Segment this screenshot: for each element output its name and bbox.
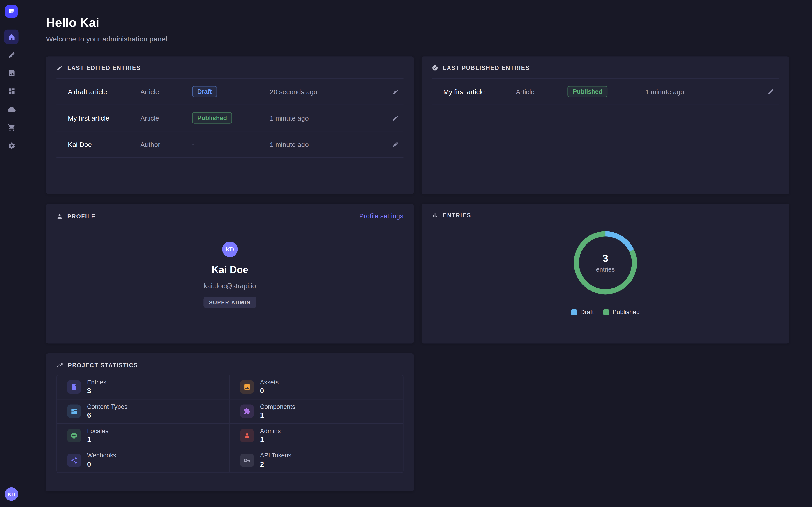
table-row[interactable]: Kai Doe Author - 1 minute ago xyxy=(56,131,403,158)
profile-body: KD Kai Doe kai.doe@strapi.io SUPER ADMIN xyxy=(56,241,403,308)
stat-value: 1 xyxy=(87,435,108,444)
dashboard-grid: LAST EDITED ENTRIES A draft article Arti… xyxy=(46,56,789,492)
entries-donut: 3 entries xyxy=(573,231,638,295)
pencil-icon xyxy=(767,88,774,95)
stat-label: Entries xyxy=(87,379,106,386)
api-tokens-icon xyxy=(240,453,254,467)
donut-legend: Draft Published xyxy=(571,308,640,316)
entry-time: 1 minute ago xyxy=(645,88,749,95)
gear-icon xyxy=(7,142,15,149)
app-viewport: KD Hello Kai Welcome to your administrat… xyxy=(0,0,812,507)
sidebar-item-marketplace[interactable] xyxy=(4,120,18,134)
table-row[interactable]: My first article Article Published 1 min… xyxy=(432,79,779,105)
pencil-icon xyxy=(392,141,399,148)
assets-icon xyxy=(240,380,254,394)
sidebar-footer: KD xyxy=(5,488,18,501)
chart-icon xyxy=(432,212,438,218)
card-title: LAST PUBLISHED ENTRIES xyxy=(443,65,530,71)
edit-entry-button[interactable] xyxy=(388,84,402,99)
strapi-logo[interactable] xyxy=(5,5,17,17)
last-edited-entries-card: LAST EDITED ENTRIES A draft article Arti… xyxy=(46,56,414,194)
card-header: PROJECT STATISTICS xyxy=(56,362,403,369)
entry-type: Author xyxy=(140,140,192,148)
sidebar: KD xyxy=(0,0,23,507)
entry-type: Article xyxy=(516,88,568,95)
stat-value: 1 xyxy=(260,411,295,420)
last-published-entries-card: LAST PUBLISHED ENTRIES My first article … xyxy=(421,56,789,194)
card-title: ENTRIES xyxy=(443,212,471,218)
stat-assets: Assets0 xyxy=(230,375,403,399)
entries-count-label: entries xyxy=(596,266,615,273)
card-header: ENTRIES xyxy=(432,212,779,218)
pen-icon xyxy=(7,51,15,59)
stat-components: Components1 xyxy=(230,399,403,424)
person-icon xyxy=(56,213,63,219)
page-subtitle: Welcome to your administration panel xyxy=(46,35,789,43)
pencil-icon xyxy=(392,115,399,121)
table-row[interactable]: A draft article Article Draft 20 seconds… xyxy=(56,79,403,105)
status-badge: Published xyxy=(567,86,608,97)
stat-label: Content-Types xyxy=(87,403,128,410)
sidebar-item-content-manager[interactable] xyxy=(4,48,18,62)
cloud-icon xyxy=(7,105,15,113)
project-statistics-card: PROJECT STATISTICS Entries3 Assets0 Cont… xyxy=(46,353,414,492)
stat-value: 1 xyxy=(260,435,281,444)
user-avatar[interactable]: KD xyxy=(5,488,18,501)
status-badge: Published xyxy=(192,112,232,124)
sidebar-item-deploy[interactable] xyxy=(4,102,18,116)
stat-value: 6 xyxy=(87,411,128,420)
stat-label: Assets xyxy=(260,379,279,386)
edit-entry-button[interactable] xyxy=(763,84,778,99)
donut-center: 3 entries xyxy=(573,231,638,295)
webhooks-icon xyxy=(67,453,81,467)
card-title: PROFILE xyxy=(67,213,96,219)
stat-content-types: Content-Types6 xyxy=(57,399,230,424)
check-circle-icon xyxy=(432,65,438,71)
entries-count: 3 xyxy=(603,253,608,263)
edit-entry-button[interactable] xyxy=(388,137,402,152)
pencil-icon xyxy=(392,88,399,95)
stat-value: 3 xyxy=(87,387,106,395)
stat-value: 0 xyxy=(87,460,116,469)
card-header: LAST EDITED ENTRIES xyxy=(56,65,403,71)
entry-time: 1 minute ago xyxy=(270,140,373,148)
sidebar-item-content-type-builder[interactable] xyxy=(4,84,18,98)
sidebar-item-media-library[interactable] xyxy=(4,66,18,80)
sidebar-item-home[interactable] xyxy=(4,30,18,44)
stat-admins: Admins1 xyxy=(230,424,403,448)
profile-settings-link[interactable]: Profile settings xyxy=(359,212,404,220)
profile-email: kai.doe@strapi.io xyxy=(204,282,256,290)
stat-value: 0 xyxy=(260,387,279,395)
stats-table: Entries3 Assets0 Content-Types6 Componen… xyxy=(56,375,403,473)
legend-label: Draft xyxy=(580,308,594,316)
entry-type: Article xyxy=(140,114,192,122)
card-title: LAST EDITED ENTRIES xyxy=(67,65,141,71)
locales-icon xyxy=(67,429,81,442)
strapi-logo-icon xyxy=(8,8,15,15)
entry-type: Article xyxy=(140,88,192,95)
role-badge: SUPER ADMIN xyxy=(203,297,257,308)
stat-label: Admins xyxy=(260,427,281,435)
last-edited-table: A draft article Article Draft 20 seconds… xyxy=(56,78,403,158)
sidebar-item-settings[interactable] xyxy=(4,138,18,153)
draft-swatch xyxy=(571,309,577,315)
stat-api-tokens: API Tokens2 xyxy=(230,448,403,472)
profile-name: Kai Doe xyxy=(212,264,248,276)
admins-icon xyxy=(240,429,254,442)
card-header: LAST PUBLISHED ENTRIES xyxy=(432,65,779,71)
edit-entry-button[interactable] xyxy=(388,111,402,125)
stat-entries: Entries3 xyxy=(57,375,230,399)
trending-up-icon xyxy=(56,362,63,369)
entry-time: 20 seconds ago xyxy=(270,88,373,95)
table-row[interactable]: My first article Article Published 1 min… xyxy=(56,105,403,131)
profile-avatar: KD xyxy=(222,241,238,257)
entries-icon xyxy=(67,380,81,394)
status-badge: Draft xyxy=(192,86,217,97)
cart-icon xyxy=(7,123,15,131)
profile-card: PROFILE Profile settings KD Kai Doe kai.… xyxy=(46,204,414,344)
card-title: PROJECT STATISTICS xyxy=(68,362,138,368)
content-types-icon xyxy=(67,404,81,418)
published-swatch xyxy=(603,309,609,315)
entry-name: A draft article xyxy=(68,88,140,95)
entries-donut-wrap: 3 entries Draft Published xyxy=(432,231,779,316)
